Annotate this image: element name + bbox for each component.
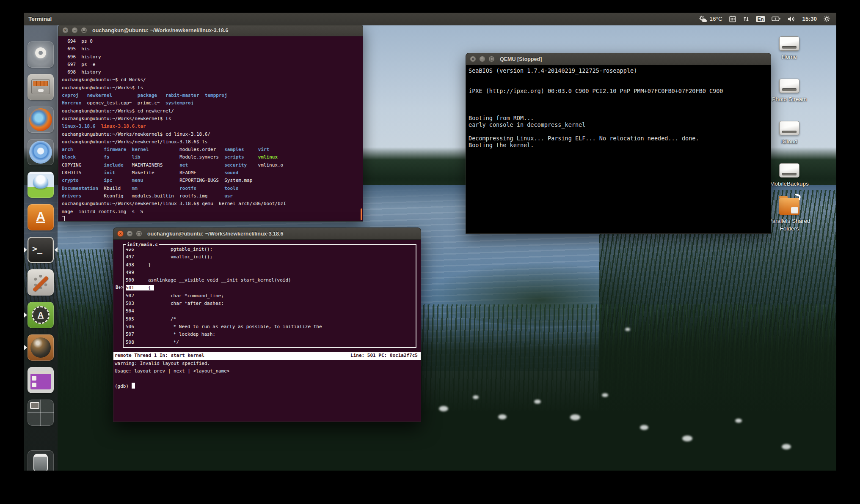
terminal-icon: [28, 237, 54, 263]
drive-icon: [779, 36, 799, 51]
maximize-icon[interactable]: [488, 56, 495, 62]
close-icon[interactable]: [470, 56, 476, 62]
running-indicator: [24, 345, 27, 350]
close-icon[interactable]: [117, 230, 124, 237]
running-indicator: [24, 247, 27, 252]
launcher-item-wine-app[interactable]: [24, 172, 58, 201]
seed-head: [439, 406, 448, 411]
terminal-output[interactable]: 694 ps 0 695 his 696 history 697 ps -e 6…: [58, 36, 363, 222]
battery-icon: [772, 15, 781, 22]
terminal-scrollbar[interactable]: [361, 208, 362, 220]
terminal-cursor-line: [62, 216, 359, 222]
seed-head: [602, 393, 608, 397]
software-center-icon: [28, 204, 54, 230]
seed-head: [782, 444, 791, 449]
battery-indicator[interactable]: [772, 15, 781, 22]
firefox-icon: [28, 107, 54, 133]
minimize-icon[interactable]: [127, 230, 133, 237]
terminal-window-titlebar[interactable]: ouchangkun@ubuntu: ~/Works/newkernel/lin…: [58, 24, 363, 36]
seed-head: [735, 419, 742, 423]
gdb-status-line-pc: Line: 501 PC: 0xc1a2f7c5: [350, 352, 418, 360]
focused-indicator: [55, 247, 58, 252]
sound-indicator[interactable]: [787, 16, 796, 22]
launcher-item-trash[interactable]: [24, 450, 58, 471]
launcher-item-dash-home[interactable]: [24, 41, 58, 71]
desktop: Home Photo Stream iCloud MobileBackups P…: [24, 13, 836, 471]
gdb-messages: warning: Invalid layout specified.Usage:…: [113, 360, 421, 375]
updown-arrows-icon: [743, 16, 750, 22]
unity-launcher: [24, 25, 58, 471]
workspace-switcher-icon: [28, 400, 54, 426]
gear-icon: [823, 15, 830, 22]
session-indicator[interactable]: [823, 15, 830, 22]
launcher-item-workspace-switcher[interactable]: [24, 400, 58, 429]
gdb-terminal-window: ouchangkun@ubuntu: ~/Works/newkernel/lin…: [113, 227, 421, 422]
gdb-breakpoint-marker: B+>: [116, 284, 124, 291]
seed-head: [473, 395, 479, 399]
seed-head: [640, 425, 648, 430]
sync-indicator[interactable]: [743, 16, 750, 22]
gdb-prompt: (gdb): [115, 383, 132, 389]
seed-head: [498, 414, 507, 419]
terminal-cursor: [62, 216, 65, 222]
gdb-source-filename: init/main.c: [126, 241, 159, 249]
minimize-icon[interactable]: [72, 27, 78, 33]
launcher-item-terminal[interactable]: [24, 237, 58, 266]
minimize-icon[interactable]: [479, 56, 485, 62]
file-manager-icon: [28, 74, 54, 100]
maximize-icon[interactable]: [81, 27, 87, 33]
calendar-indicator[interactable]: [729, 15, 736, 22]
maximize-icon[interactable]: [136, 230, 142, 237]
qemu-display[interactable]: SeaBIOS (version 1.7.4-20140219_122725-r…: [466, 65, 771, 234]
system-settings-icon: [28, 269, 54, 296]
media-app-icon: [28, 367, 54, 393]
terminal-window: ouchangkun@ubuntu: ~/Works/newkernel/lin…: [58, 24, 363, 222]
gdb-status-bar: remote Thread 1 In: start_kernel Line: 5…: [113, 352, 421, 360]
launcher-item-software-updater[interactable]: [24, 302, 58, 331]
launcher-item-software-center[interactable]: [24, 204, 58, 234]
temperature-label: 16°C: [710, 16, 722, 22]
drive-icon: [779, 79, 799, 93]
gdb-cursor: [132, 383, 135, 389]
launcher-item-media-app[interactable]: [24, 367, 58, 397]
weather-icon: [698, 15, 708, 22]
launcher-item-file-manager[interactable]: [24, 74, 58, 104]
terminal-body-lines: 694 ps 0 695 his 696 history 697 ps -e 6…: [62, 38, 359, 216]
gdb-source-box: init/main.c 496 pgtable_init();497 vmall…: [123, 244, 416, 348]
chromium-icon: [28, 139, 54, 165]
seed-head: [570, 414, 580, 420]
software-updater-icon: [28, 302, 54, 328]
launcher-item-chromium[interactable]: [24, 139, 58, 169]
gdb-window-titlebar[interactable]: ouchangkun@ubuntu: ~/Works/newkernel/lin…: [113, 227, 421, 240]
dash-home-icon: [28, 41, 54, 68]
window-title: QEMU [Stopped]: [500, 56, 542, 62]
gdb-status-context: remote Thread 1 In: start_kernel: [115, 352, 204, 360]
launcher-item-firefox[interactable]: [24, 107, 58, 136]
launcher-item-system-settings[interactable]: [24, 269, 58, 299]
wine-app-icon: [28, 172, 54, 198]
gdb-source-lines: 496 pgtable_init();497 vmalloc_init();49…: [126, 246, 416, 346]
active-app-name[interactable]: Terminal: [28, 16, 52, 22]
seed-head: [625, 328, 630, 331]
shared-folder-icon: [779, 198, 799, 215]
top-panel: Terminal 16°C En 15:30: [24, 13, 836, 25]
drive-icon: [779, 163, 799, 178]
gdb-prompt-line[interactable]: (gdb): [113, 383, 421, 390]
launcher-item-globe-app[interactable]: [24, 334, 58, 364]
speaker-icon: [787, 16, 796, 22]
running-indicator: [24, 312, 27, 318]
weather-indicator[interactable]: 16°C: [698, 15, 722, 22]
close-icon[interactable]: [62, 27, 69, 33]
qemu-output: SeaBIOS (version 1.7.4-20140219_122725-r…: [469, 67, 768, 148]
gdb-output[interactable]: init/main.c 496 pgtable_init();497 vmall…: [113, 240, 421, 422]
drive-icon: [779, 121, 799, 135]
globe-app-icon: [28, 334, 54, 361]
qemu-window: QEMU [Stopped] SeaBIOS (version 1.7.4-20…: [466, 53, 771, 234]
keyboard-layout-indicator[interactable]: En: [756, 16, 766, 22]
window-title: ouchangkun@ubuntu: ~/Works/newkernel/lin…: [92, 27, 228, 33]
qemu-window-titlebar[interactable]: QEMU [Stopped]: [466, 53, 771, 65]
window-title: ouchangkun@ubuntu: ~/Works/newkernel/lin…: [147, 231, 283, 237]
seed-head: [682, 436, 692, 441]
trash-icon: [28, 450, 54, 471]
clock-indicator[interactable]: 15:30: [802, 16, 817, 22]
